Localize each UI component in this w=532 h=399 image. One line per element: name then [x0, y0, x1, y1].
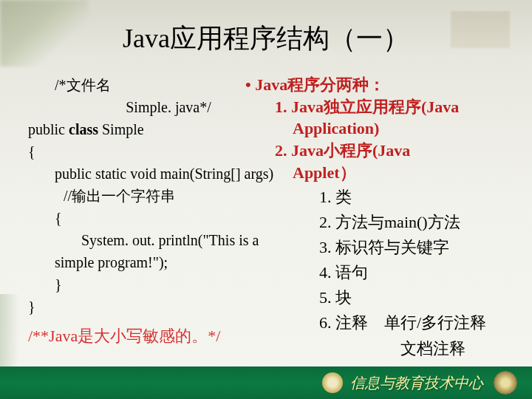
- slide-title: Java应用程序结构（一）: [0, 21, 532, 57]
- code-comment-filename: /*文件名: [28, 74, 309, 96]
- topic-1: 1. 类: [319, 185, 526, 210]
- decoration-left: [0, 294, 19, 368]
- topic-3: 3. 标识符与关键字: [319, 235, 526, 260]
- footer-emblem-icon: [494, 371, 517, 395]
- topic-6: 6. 注释 单行/多行注释: [319, 310, 526, 335]
- code-class-decl: public class Simple: [28, 118, 309, 140]
- code-main-close: }: [28, 273, 309, 296]
- content-area: • Java程序分两种： 1. Java独立应用程序(Java Applicat…: [28, 74, 517, 355]
- code-main-sig: public static void main(String[] args): [28, 163, 309, 185]
- topic-list: 1. 类 2. 方法与main()方法 3. 标识符与关键字 4. 语句 5. …: [319, 185, 526, 361]
- footer-logo-icon: [322, 372, 343, 393]
- topic-6b: 文档注释: [319, 336, 526, 361]
- code-block: /*文件名 Simple. java*/ public class Simple…: [28, 74, 309, 348]
- code-println-1: System. out. println("This is a: [28, 229, 309, 251]
- code-comment-output: //输出一个字符串: [28, 185, 309, 207]
- slide: Java应用程序结构（一） • Java程序分两种： 1. Java独立应用程序…: [0, 0, 532, 399]
- topic-5: 5. 块: [319, 285, 526, 310]
- kw-class: class: [69, 121, 102, 137]
- code-class-close: }: [28, 296, 309, 318]
- code-comment-filename-end: Simple. java*/: [28, 96, 309, 118]
- case-sensitive-note: /**Java是大小写敏感的。*/: [28, 324, 309, 348]
- footer-bar: 信息与教育技术中心: [0, 366, 532, 399]
- code-println-2: simple program!");: [28, 251, 309, 273]
- class-name: Simple: [102, 121, 144, 137]
- footer-text: 信息与教育技术中心: [350, 373, 483, 393]
- topic-2: 2. 方法与main()方法: [319, 210, 526, 235]
- code-main-open: {: [28, 207, 309, 229]
- code-open-brace: {: [28, 140, 309, 163]
- kw-public: public: [28, 121, 69, 137]
- topic-4: 4. 语句: [319, 260, 526, 285]
